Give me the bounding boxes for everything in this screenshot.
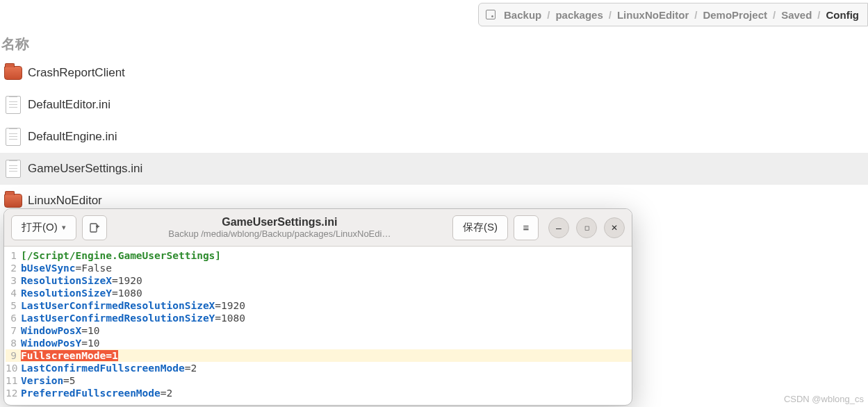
editor-titlebar: 打开(O) ▾ GameUserSettings.ini Backup /med… [4,209,632,247]
line-number: 7 [6,324,21,337]
code-line[interactable]: 7WindowPosX=10 [6,324,632,337]
folder-icon [4,194,22,208]
line-number: 11 [6,374,21,387]
line-content: ResolutionSizeY=1080 [21,287,142,299]
hamburger-icon: ≡ [523,222,530,233]
file-name: DefaultEngine.ini [28,130,117,144]
code-line[interactable]: 1[/Script/Engine.GameUserSettings] [6,249,632,262]
window-controls: – ◻ ✕ [548,217,625,238]
list-item[interactable]: GameUserSettings.ini [0,153,868,185]
code-line[interactable]: 6LastUserConfirmedResolutionSizeY=1080 [6,312,632,324]
minimize-button[interactable]: – [548,217,569,238]
editor-filepath: Backup /media/wblong/Backup/packages/Lin… [113,229,447,239]
breadcrumb[interactable]: Backup/ packages/ LinuxNoEditor/ DemoPro… [478,3,868,26]
crumb-0[interactable]: Backup [501,9,544,21]
open-button[interactable]: 打开(O) ▾ [11,215,76,240]
code-line[interactable]: 8WindowPosY=10 [6,337,632,349]
line-content: LastUserConfirmedResolutionSizeY=1080 [21,312,245,324]
list-item[interactable]: CrashReportClient [0,57,868,89]
file-icon [6,96,21,114]
line-number: 3 [6,274,21,287]
line-content: LastUserConfirmedResolutionSizeX=1920 [21,299,245,312]
line-number: 1 [6,249,21,262]
crumb-2[interactable]: LinuxNoEditor [614,9,691,21]
line-number: 12 [6,387,21,399]
watermark: CSDN @wblong_cs [784,394,864,404]
line-number: 6 [6,312,21,324]
line-number: 4 [6,287,21,299]
editor-window: 打开(O) ▾ GameUserSettings.ini Backup /med… [3,208,632,406]
line-number: 8 [6,337,21,349]
crumb-4[interactable]: Saved [778,9,814,21]
disk-icon [486,10,496,19]
save-label: 保存(S) [463,221,498,234]
line-content: WindowPosY=10 [21,337,100,349]
code-line[interactable]: 5LastUserConfirmedResolutionSizeX=1920 [6,299,632,312]
line-number: 10 [6,362,21,374]
open-label: 打开(O) [22,221,58,234]
line-number: 2 [6,262,21,274]
code-line[interactable]: 3ResolutionSizeX=1920 [6,274,632,287]
code-line[interactable]: 11Version=5 [6,374,632,387]
line-content: FullscreenMode=1 [21,349,118,362]
crumb-sep: / [544,9,552,21]
crumb-1[interactable]: packages [552,9,605,21]
editor-title-area: GameUserSettings.ini Backup /media/wblon… [113,216,447,239]
crumb-sep: / [691,9,700,21]
hamburger-menu-button[interactable]: ≡ [514,215,539,240]
svg-rect-0 [90,224,97,232]
save-button[interactable]: 保存(S) [452,215,508,240]
crumb-5[interactable]: Config [824,9,862,21]
new-document-icon [89,222,100,233]
close-icon: ✕ [611,223,618,233]
file-name: CrashReportClient [28,66,125,80]
line-content: PreferredFullscreenMode=2 [21,387,172,399]
code-line[interactable]: 2bUseVSync=False [6,262,632,274]
file-name: GameUserSettings.ini [28,162,142,176]
maximize-icon: ◻ [584,224,589,231]
editor-body[interactable]: 1[/Script/Engine.GameUserSettings]2bUseV… [4,247,632,402]
code-line[interactable]: 9FullscreenMode=1 [6,349,632,362]
line-content: [/Script/Engine.GameUserSettings] [21,249,221,262]
code-line[interactable]: 12PreferredFullscreenMode=2 [6,387,632,399]
line-content: bUseVSync=False [21,262,112,274]
file-name: DefaultEditor.ini [28,98,110,112]
line-number: 9 [6,349,21,362]
file-list: CrashReportClient DefaultEditor.ini Defa… [0,57,868,217]
column-header-name[interactable]: 名称 [1,35,29,53]
line-number: 5 [6,299,21,312]
chevron-down-icon: ▾ [62,223,66,232]
editor-filename: GameUserSettings.ini [113,216,447,229]
line-content: WindowPosX=10 [21,324,100,337]
file-icon [6,128,21,146]
line-content: LastConfirmedFullscreenMode=2 [21,362,197,374]
new-tab-button[interactable] [82,215,107,240]
list-item[interactable]: DefaultEditor.ini [0,89,868,121]
line-content: Version=5 [21,374,76,387]
maximize-button[interactable]: ◻ [576,217,597,238]
file-name: LinuxNoEditor [28,194,102,208]
list-item[interactable]: DefaultEngine.ini [0,121,868,153]
folder-icon [4,66,22,80]
crumb-sep: / [814,9,823,21]
line-content: ResolutionSizeX=1920 [21,274,142,287]
code-line[interactable]: 10LastConfirmedFullscreenMode=2 [6,362,632,374]
crumb-3[interactable]: DemoProject [700,9,770,21]
code-line[interactable]: 4ResolutionSizeY=1080 [6,287,632,299]
crumb-sep: / [606,9,614,21]
file-icon [6,160,21,178]
crumb-sep: / [770,9,778,21]
close-button[interactable]: ✕ [604,217,625,238]
